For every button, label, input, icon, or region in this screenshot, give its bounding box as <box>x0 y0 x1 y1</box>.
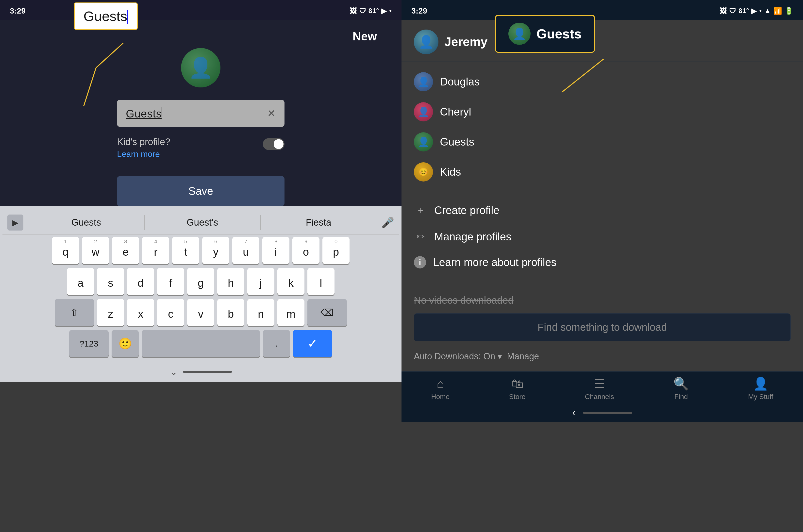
wifi-icon: ▲ <box>764 7 771 15</box>
no-downloads-label: No videos downloaded <box>414 295 791 306</box>
auto-downloads-row: Auto Downloads: On ▾ Manage <box>414 351 791 362</box>
key-confirm[interactable]: ✓ <box>293 330 332 357</box>
key-n[interactable]: n <box>247 299 274 326</box>
temperature: 81° <box>368 7 379 15</box>
temp-right: 81° <box>739 7 749 15</box>
info-icon: i <box>414 256 426 268</box>
cheryl-name: Cheryl <box>440 106 471 118</box>
key-d[interactable]: d <box>127 268 154 295</box>
key-e[interactable]: 3e <box>112 237 139 264</box>
suggestion-fiesta[interactable]: Fiesta <box>261 215 376 230</box>
key-f[interactable]: f <box>157 268 184 295</box>
new-profile-avatar: 👤 <box>181 48 221 88</box>
key-b[interactable]: b <box>217 299 244 326</box>
key-period[interactable]: . <box>263 330 290 357</box>
keyboard: ▶ Guests Guest's Fiesta 🎤 1q 2w 3e 4r 5t… <box>0 206 402 382</box>
dot-icon-right: • <box>759 7 762 15</box>
guests-name: Guests <box>440 136 474 148</box>
avatar-person-icon: 👤 <box>188 56 213 79</box>
profile-item-douglas[interactable]: 👤 Douglas <box>402 67 803 97</box>
suggestion-guests[interactable]: Guests <box>28 215 145 230</box>
create-profile-icon: ＋ <box>414 204 427 217</box>
phone-footer: ‹ <box>402 403 803 422</box>
nav-my-stuff[interactable]: 👤 My Stuff <box>748 377 773 401</box>
kids-profile-toggle[interactable] <box>263 138 285 150</box>
profile-item-kids[interactable]: 😊 Kids <box>402 157 803 187</box>
bottom-nav: ⌂ Home 🛍 Store ☰ Channels 🔍 Find 👤 My St… <box>402 372 803 403</box>
home-label: Home <box>431 393 450 401</box>
left-status-bar: 3:29 🖼 🛡 81° ▶ • <box>0 0 402 20</box>
nav-store[interactable]: 🛍 Store <box>509 377 525 401</box>
nav-home[interactable]: ⌂ Home <box>431 377 450 401</box>
key-u[interactable]: 7u <box>232 237 260 264</box>
key-x[interactable]: x <box>127 299 154 326</box>
learn-more-link[interactable]: Learn more <box>117 149 170 159</box>
key-w[interactable]: 2w <box>82 237 109 264</box>
keyboard-hide-button[interactable]: ⌄ <box>170 366 178 377</box>
back-arrow[interactable]: ‹ <box>572 407 575 418</box>
key-q[interactable]: 1q <box>52 237 79 264</box>
key-c[interactable]: c <box>157 299 184 326</box>
key-v[interactable]: v <box>187 299 214 326</box>
left-time: 3:29 <box>10 6 26 16</box>
battery-icon: 🔋 <box>785 7 793 15</box>
play-icon-right: ▶ <box>751 7 757 15</box>
key-s[interactable]: s <box>97 268 124 295</box>
profile-header[interactable]: 👤 Jeremy ∧ <box>402 20 803 62</box>
profile-item-cheryl[interactable]: 👤 Cheryl <box>402 97 803 127</box>
learn-more-profiles-action[interactable]: i Learn more about profiles <box>402 250 803 275</box>
profile-item-guests[interactable]: 👤 Guests <box>402 127 803 157</box>
key-i[interactable]: 8i <box>262 237 289 264</box>
keyboard-footer: ⌄ <box>2 363 399 380</box>
key-shift[interactable]: ⇧ <box>55 299 94 326</box>
manage-profiles-action[interactable]: ✏ Manage profiles <box>402 223 803 250</box>
nav-channels[interactable]: ☰ Channels <box>585 377 614 401</box>
callout-guests-name: Guests <box>536 26 581 41</box>
key-h[interactable]: h <box>217 268 244 295</box>
find-download-button[interactable]: Find something to download <box>414 313 791 341</box>
profile-name-input[interactable]: Guests <box>126 107 162 120</box>
nav-find[interactable]: 🔍 Find <box>673 377 689 401</box>
find-label: Find <box>674 393 688 401</box>
my-stuff-icon: 👤 <box>753 377 768 391</box>
clear-input-button[interactable]: ✕ <box>267 108 275 119</box>
save-button[interactable]: Save <box>117 176 285 206</box>
key-y[interactable]: 6y <box>202 237 229 264</box>
home-icon: ⌂ <box>437 377 444 391</box>
key-o[interactable]: 9o <box>292 237 320 264</box>
my-stuff-label: My Stuff <box>748 393 773 401</box>
left-status-icons: 🖼 🛡 81° ▶ • <box>350 7 391 15</box>
microphone-icon[interactable]: 🎤 <box>381 216 394 229</box>
suggestion-guests-possessive[interactable]: Guest's <box>145 215 261 230</box>
key-z[interactable]: z <box>97 299 124 326</box>
manage-downloads-link[interactable]: Manage <box>507 351 539 362</box>
new-profile-label: New <box>352 30 377 43</box>
auto-downloads-status: Auto Downloads: On ▾ <box>414 351 502 362</box>
shield-icon-right: 🛡 <box>729 7 736 15</box>
store-icon: 🛍 <box>511 377 523 391</box>
gallery-icon-right: 🖼 <box>720 7 727 15</box>
key-m[interactable]: m <box>278 299 304 326</box>
right-status-icons: 🖼 🛡 81° ▶ • ▲ 📶 🔋 <box>720 7 793 15</box>
kids-profile-label: Kid's profile? <box>117 137 170 147</box>
profile-name-input-container[interactable]: Guests ✕ <box>117 100 285 127</box>
keyboard-rows: 1q 2w 3e 4r 5t 6y 7u 8i 9o 0p a s d f <box>2 234 399 363</box>
key-num-switch[interactable]: ?123 <box>69 330 109 357</box>
key-k[interactable]: k <box>278 268 304 295</box>
key-j[interactable]: j <box>247 268 274 295</box>
key-g[interactable]: g <box>187 268 214 295</box>
key-a[interactable]: a <box>67 268 94 295</box>
shield-icon: 🛡 <box>359 7 366 15</box>
key-emoji[interactable]: 🙂 <box>112 330 139 357</box>
key-backspace[interactable]: ⌫ <box>307 299 347 326</box>
key-r[interactable]: 4r <box>142 237 169 264</box>
key-t[interactable]: 5t <box>172 237 199 264</box>
kids-name: Kids <box>440 166 461 178</box>
key-l[interactable]: l <box>307 268 334 295</box>
find-icon: 🔍 <box>673 377 689 391</box>
key-p[interactable]: 0p <box>322 237 349 264</box>
suggestions-expand-button[interactable]: ▶ <box>7 214 23 230</box>
gallery-icon: 🖼 <box>350 7 357 15</box>
create-profile-action[interactable]: ＋ Create profile <box>402 197 803 223</box>
key-space[interactable] <box>141 330 260 357</box>
